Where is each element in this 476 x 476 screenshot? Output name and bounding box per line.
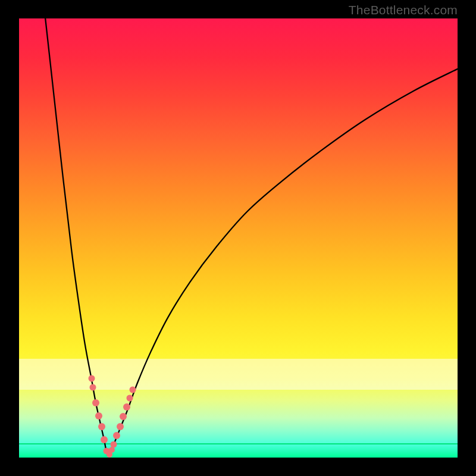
marker-layer <box>19 18 458 458</box>
data-marker <box>117 423 124 430</box>
data-marker <box>123 403 130 411</box>
data-marker <box>92 399 99 406</box>
data-marker <box>129 386 136 393</box>
data-marker <box>120 413 127 420</box>
data-marker <box>89 384 96 390</box>
data-marker <box>113 432 120 439</box>
watermark-text: TheBottleneck.com <box>349 3 458 17</box>
plot-area <box>19 18 458 458</box>
data-marker <box>95 412 102 419</box>
data-marker <box>98 423 105 430</box>
data-marker <box>111 441 117 447</box>
chart-root: TheBottleneck.com <box>0 0 476 476</box>
data-marker <box>88 375 95 382</box>
data-marker <box>101 436 108 443</box>
data-marker <box>127 395 133 402</box>
